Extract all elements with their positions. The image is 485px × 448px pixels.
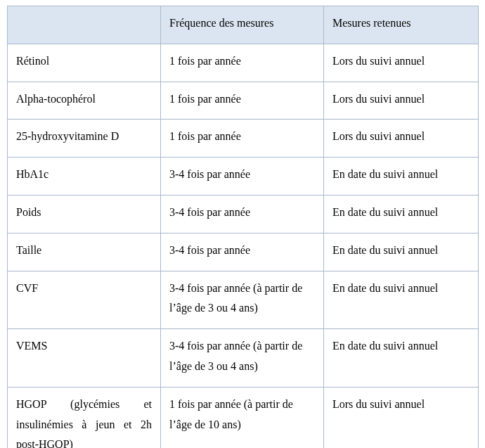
table-row: Taille 3-4 fois par année En date du sui… xyxy=(8,233,479,271)
ret-cell: Lors du suivi annuel xyxy=(324,387,479,448)
ret-cell: En date du suivi annuel xyxy=(324,271,479,329)
table-row: HbA1c 3-4 fois par année En date du suiv… xyxy=(8,158,479,196)
param-cell: Taille xyxy=(8,233,161,271)
param-cell: Poids xyxy=(8,195,161,233)
header-retained: Mesures retenues xyxy=(324,6,479,44)
freq-cell: 1 fois par année xyxy=(161,44,324,82)
ret-cell: Lors du suivi annuel xyxy=(324,120,479,158)
ret-cell: En date du suivi annuel xyxy=(324,233,479,271)
param-cell: Alpha-tocophérol xyxy=(8,82,161,120)
freq-cell: 3-4 fois par année xyxy=(161,195,324,233)
freq-cell: 3-4 fois par année (à partir de l’âge de… xyxy=(161,329,324,388)
ret-cell: Lors du suivi annuel xyxy=(324,44,479,82)
param-cell: HGOP (glycémies et insulinémies à jeun e… xyxy=(8,387,161,448)
param-cell: HbA1c xyxy=(8,158,161,196)
table-row: 25-hydroxyvitamine D 1 fois par année Lo… xyxy=(8,120,479,158)
ret-cell: Lors du suivi annuel xyxy=(324,82,479,120)
param-cell: VEMS xyxy=(8,329,161,388)
header-frequency: Fréquence des mesures xyxy=(161,6,324,44)
freq-cell: 1 fois par année xyxy=(161,82,324,120)
table-header-row: Fréquence des mesures Mesures retenues xyxy=(8,6,479,44)
ret-cell: En date du suivi annuel xyxy=(324,195,479,233)
header-empty xyxy=(8,6,161,44)
param-cell: 25-hydroxyvitamine D xyxy=(8,120,161,158)
ret-cell: En date du suivi annuel xyxy=(324,329,479,388)
freq-cell: 1 fois par année xyxy=(161,120,324,158)
table-row: HGOP (glycémies et insulinémies à jeun e… xyxy=(8,387,479,448)
ret-cell: En date du suivi annuel xyxy=(324,158,479,196)
freq-cell: 3-4 fois par année xyxy=(161,158,324,196)
table-row: VEMS 3-4 fois par année (à partir de l’â… xyxy=(8,329,479,388)
param-cell: Rétinol xyxy=(8,44,161,82)
freq-cell: 3-4 fois par année (à partir de l’âge de… xyxy=(161,271,324,329)
param-cell: CVF xyxy=(8,271,161,329)
measures-table: Fréquence des mesures Mesures retenues R… xyxy=(7,6,479,448)
table-row: Rétinol 1 fois par année Lors du suivi a… xyxy=(8,44,479,82)
table-row: Alpha-tocophérol 1 fois par année Lors d… xyxy=(8,82,479,120)
table-row: CVF 3-4 fois par année (à partir de l’âg… xyxy=(8,271,479,329)
freq-cell: 3-4 fois par année xyxy=(161,233,324,271)
table-row: Poids 3-4 fois par année En date du suiv… xyxy=(8,195,479,233)
freq-cell: 1 fois par année (à partir de l’âge de 1… xyxy=(161,387,324,448)
